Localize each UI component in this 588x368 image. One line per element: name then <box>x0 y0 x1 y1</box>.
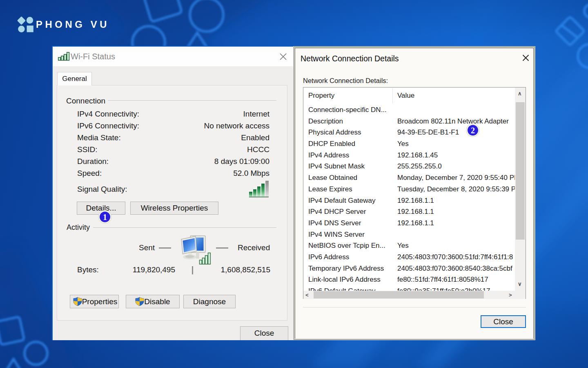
svg-text:1: 1 <box>103 213 107 222</box>
svg-text:2: 2 <box>471 126 475 135</box>
